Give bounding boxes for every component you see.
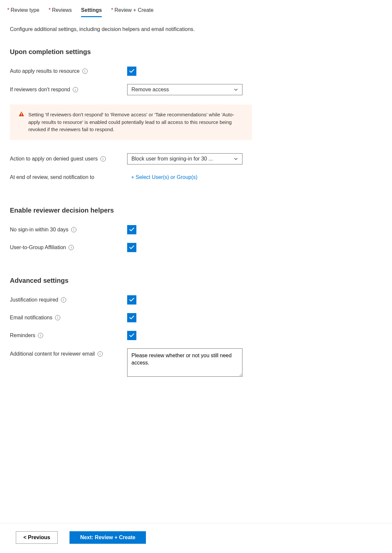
label-affiliation: User-to-Group Affiliation i bbox=[10, 245, 127, 250]
row-auto-apply: Auto apply results to resource i bbox=[10, 66, 382, 76]
warning-icon bbox=[18, 111, 24, 117]
tab-reviews[interactable]: *Reviews bbox=[48, 5, 72, 18]
check-icon bbox=[129, 245, 135, 250]
info-icon[interactable]: i bbox=[69, 245, 74, 250]
dropdown-value: Block user from signing-in for 30 ... bbox=[131, 156, 213, 162]
row-additional-content: Additional content for reviewer email i bbox=[10, 348, 382, 377]
warning-message: Setting 'If reviewers don't respond' to … bbox=[10, 104, 252, 140]
warning-text: Setting 'If reviewers don't respond' to … bbox=[28, 112, 234, 132]
section-heading-advanced: Advanced settings bbox=[10, 277, 382, 284]
check-icon bbox=[129, 333, 135, 338]
tab-label: Review type bbox=[11, 7, 39, 13]
info-icon[interactable]: i bbox=[98, 351, 103, 357]
label-auto-apply: Auto apply results to resource i bbox=[10, 68, 127, 74]
checkbox-reminders[interactable] bbox=[127, 331, 136, 340]
chevron-down-icon bbox=[234, 157, 238, 161]
info-icon[interactable]: i bbox=[55, 315, 60, 320]
checkbox-affiliation[interactable] bbox=[127, 243, 136, 252]
label-reminders: Reminders i bbox=[10, 333, 127, 338]
checkbox-justification[interactable] bbox=[127, 295, 136, 305]
textarea-additional-content[interactable] bbox=[127, 348, 242, 377]
required-asterisk: * bbox=[48, 7, 50, 13]
check-icon bbox=[129, 315, 135, 321]
dropdown-value: Remove access bbox=[131, 87, 169, 93]
section-heading-helpers: Enable reviewer decision helpers bbox=[10, 207, 382, 214]
check-icon bbox=[129, 297, 135, 303]
link-select-users[interactable]: + Select User(s) or Group(s) bbox=[127, 173, 201, 182]
tab-label: Review + Create bbox=[114, 7, 154, 13]
tab-review-type[interactable]: *Review type bbox=[7, 5, 39, 18]
tab-review-create[interactable]: *Review + Create bbox=[111, 5, 154, 18]
label-no-response: If reviewers don't respond i bbox=[10, 87, 127, 93]
row-justification: Justification required i bbox=[10, 295, 382, 305]
row-notification: At end of review, send notification to +… bbox=[10, 172, 382, 182]
tab-label: Settings bbox=[81, 7, 102, 13]
row-reminders: Reminders i bbox=[10, 331, 382, 340]
section-heading-completion: Upon completion settings bbox=[10, 48, 382, 56]
required-asterisk: * bbox=[7, 7, 9, 13]
checkbox-auto-apply[interactable] bbox=[127, 67, 136, 76]
label-email-notifications: Email notifications i bbox=[10, 315, 127, 321]
dropdown-denied-guest[interactable]: Block user from signing-in for 30 ... bbox=[127, 153, 242, 164]
checkbox-no-signin[interactable] bbox=[127, 225, 136, 234]
info-icon[interactable]: i bbox=[73, 87, 78, 92]
info-icon[interactable]: i bbox=[61, 297, 66, 303]
info-icon[interactable]: i bbox=[100, 156, 106, 161]
info-icon[interactable]: i bbox=[38, 333, 43, 338]
label-additional-content: Additional content for reviewer email i bbox=[10, 348, 127, 357]
label-justification: Justification required i bbox=[10, 297, 127, 303]
row-affiliation: User-to-Group Affiliation i bbox=[10, 243, 382, 252]
dropdown-no-response[interactable]: Remove access bbox=[127, 84, 242, 95]
label-no-signin: No sign-in within 30 days i bbox=[10, 227, 127, 233]
page-description: Configure additional settings, including… bbox=[10, 26, 382, 32]
checkbox-email-notifications[interactable] bbox=[127, 313, 136, 322]
check-icon bbox=[129, 227, 135, 233]
tab-label: Reviews bbox=[52, 7, 72, 13]
row-email-notifications: Email notifications i bbox=[10, 313, 382, 323]
label-denied-guest: Action to apply on denied guest users i bbox=[10, 156, 127, 162]
info-icon[interactable]: i bbox=[82, 69, 88, 74]
info-icon[interactable]: i bbox=[71, 227, 76, 232]
tab-bar: *Review type *Reviews Settings *Review +… bbox=[0, 0, 392, 18]
check-icon bbox=[129, 68, 135, 74]
row-denied-guest: Action to apply on denied guest users i … bbox=[10, 153, 382, 164]
label-notification: At end of review, send notification to bbox=[10, 174, 127, 180]
required-asterisk: * bbox=[111, 7, 113, 13]
row-no-response: If reviewers don't respond i Remove acce… bbox=[10, 84, 382, 95]
content-area: Configure additional settings, including… bbox=[0, 18, 392, 431]
row-no-signin: No sign-in within 30 days i bbox=[10, 225, 382, 235]
chevron-down-icon bbox=[234, 87, 238, 92]
tab-settings[interactable]: Settings bbox=[81, 5, 102, 18]
